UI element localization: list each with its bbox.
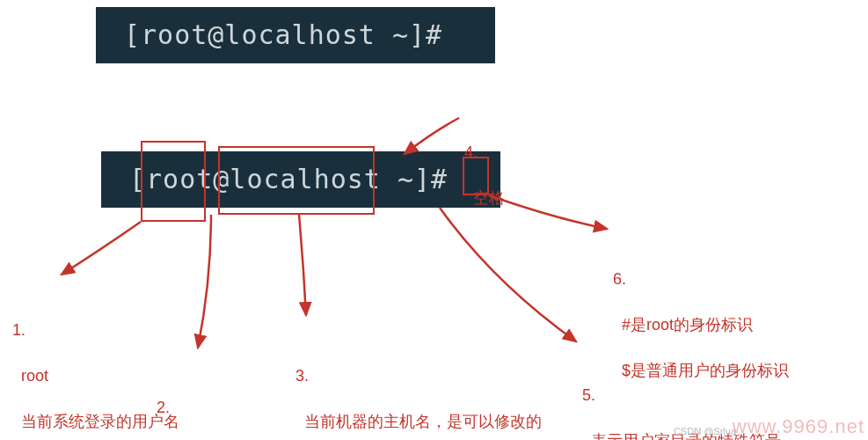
annotation-6: 6. #是root的身份标识 $是普通用户的身份标识: [613, 222, 789, 382]
annotation-5-num: 5.: [582, 384, 797, 407]
arrow-hash: [489, 195, 607, 229]
prompt-text-top: [root@localhost ~]#: [124, 19, 442, 50]
annotation-1-line1: root: [21, 367, 48, 385]
prompt-text-annotated: [root@localhost ~]#: [129, 164, 448, 194]
arrow-hostname: [299, 215, 306, 315]
terminal-prompt-annotated: [root@localhost ~]#: [101, 151, 500, 208]
watermark-csdn: CSDN @Srlua: [674, 426, 736, 436]
annotation-2: 2. @就是个分隔符: [157, 350, 276, 440]
annotation-6-num: 6.: [613, 268, 789, 290]
annotation-6-line2: $是普通用户的身份标识: [622, 362, 789, 379]
annotation-3: 3. 当前机器的主机名，是可以修改的 一眼就看出，这台机器什么作用 mysql0…: [295, 319, 542, 440]
annotation-4-line1: 空格: [473, 189, 505, 207]
terminal-prompt-top: [root@localhost ~]#: [96, 7, 495, 63]
annotation-4-num: 4.: [464, 141, 505, 164]
annotation-6-line1: #是root的身份标识: [622, 316, 753, 334]
annotation-4: 4. 空格: [464, 95, 505, 209]
annotation-2-num: 2.: [157, 396, 276, 419]
arrow-at: [198, 215, 211, 348]
annotation-1: 1. root 当前系统登录的用户名: [12, 273, 179, 433]
annotation-1-num: 1.: [12, 319, 179, 341]
annotation-3-num: 3.: [295, 364, 542, 387]
watermark-site: www.9969.net: [733, 415, 864, 438]
annotation-3-line1: 当前机器的主机名，是可以修改的: [304, 413, 542, 430]
arrow-root: [62, 222, 141, 275]
arrow-space: [405, 118, 459, 154]
